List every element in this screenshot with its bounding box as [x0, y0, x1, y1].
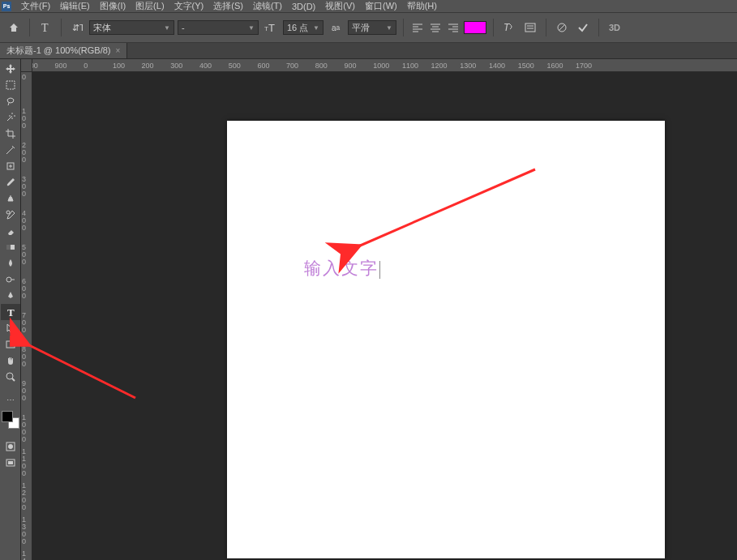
font-size-icon: TT — [262, 19, 280, 36]
gradient-tool[interactable] — [1, 239, 20, 255]
menu-3d[interactable]: 3D(D) — [287, 2, 320, 11]
app-icon: Ps — [2, 2, 11, 11]
toolbox: T ⋯ — [0, 59, 21, 560]
type-tool[interactable]: T — [1, 304, 20, 320]
font-family-dropdown[interactable]: 宋体▼ — [89, 20, 174, 35]
font-style-value: - — [182, 23, 185, 32]
document-tab[interactable]: 未标题-1 @ 100%(RGB/8) × — [0, 43, 127, 58]
horizontal-ruler[interactable]: 5006007008009000100200300400500600700800… — [21, 59, 737, 72]
divider — [598, 19, 599, 36]
svg-point-36 — [8, 444, 13, 449]
menu-type[interactable]: 文字(Y) — [169, 0, 209, 12]
divider — [403, 19, 404, 36]
home-icon[interactable] — [5, 19, 23, 36]
menu-file[interactable]: 文件(F) — [16, 0, 55, 12]
marquee-tool[interactable] — [1, 77, 20, 93]
menu-help[interactable]: 帮助(H) — [402, 0, 442, 12]
svg-line-21 — [559, 24, 565, 31]
type-tool-icon[interactable]: T — [36, 19, 54, 36]
dropdown-arrow-icon: ▼ — [245, 24, 255, 32]
svg-point-26 — [6, 211, 10, 214]
rectangle-tool[interactable] — [1, 336, 20, 353]
magic-wand-tool[interactable] — [1, 109, 20, 126]
divider — [546, 19, 546, 36]
divider — [493, 19, 494, 36]
svg-rect-38 — [8, 461, 13, 464]
svg-text:T: T — [503, 22, 511, 33]
history-brush-tool[interactable] — [1, 207, 20, 223]
options-bar: T ⇵T 宋体▼ -▼ TT 16 点▼ aa 平滑▼ T 3D — [0, 12, 737, 43]
canvas[interactable]: 输入文字 — [227, 121, 665, 558]
align-center-button[interactable] — [428, 20, 443, 35]
commit-icon[interactable] — [574, 19, 592, 36]
font-size-value: 16 点 — [287, 22, 308, 34]
dropdown-arrow-icon: ▼ — [310, 24, 319, 32]
three-d-icon[interactable]: 3D — [606, 19, 623, 36]
path-selection-tool[interactable] — [1, 320, 20, 336]
eraser-tool[interactable] — [1, 223, 20, 239]
svg-text:T: T — [268, 22, 275, 33]
edit-toolbar-icon[interactable]: ⋯ — [1, 391, 20, 408]
text-cursor — [379, 261, 380, 279]
divider — [61, 19, 62, 36]
menu-bar: Ps 文件(F) 编辑(E) 图像(I) 图层(L) 文字(Y) 选择(S) 滤… — [0, 0, 737, 12]
character-panel-icon[interactable] — [521, 19, 539, 36]
antialias-dropdown[interactable]: 平滑▼ — [348, 20, 396, 35]
antialias-value: 平滑 — [352, 22, 370, 34]
workspace: 5006007008009000100200300400500600700800… — [21, 59, 737, 560]
lasso-tool[interactable] — [1, 93, 20, 109]
clone-stamp-tool[interactable] — [1, 190, 20, 207]
tab-title: 未标题-1 @ 100%(RGB/8) — [6, 45, 111, 57]
crop-tool[interactable] — [1, 126, 20, 142]
placeholder-text-content: 输入文字 — [304, 259, 379, 278]
screen-mode-icon[interactable] — [1, 455, 20, 471]
svg-text:T: T — [41, 22, 49, 33]
svg-point-29 — [6, 277, 11, 282]
svg-text:⇵T: ⇵T — [72, 23, 83, 32]
text-color-swatch[interactable] — [464, 21, 486, 34]
warp-text-icon[interactable]: T — [500, 19, 518, 36]
zoom-tool[interactable] — [1, 369, 20, 385]
tab-close-icon[interactable]: × — [116, 46, 121, 55]
dodge-tool[interactable] — [1, 271, 20, 288]
cancel-icon[interactable] — [553, 19, 571, 36]
foreground-color[interactable] — [2, 411, 13, 422]
hand-tool[interactable] — [1, 353, 20, 369]
align-right-button[interactable] — [446, 20, 461, 35]
svg-rect-28 — [6, 245, 11, 250]
font-style-dropdown[interactable]: -▼ — [178, 20, 259, 35]
spot-healing-tool[interactable] — [1, 158, 20, 174]
antialias-label-icon: aa — [327, 19, 345, 36]
text-orientation-icon[interactable]: ⇵T — [68, 19, 86, 36]
foreground-background-colors[interactable] — [2, 411, 19, 429]
pen-tool[interactable] — [1, 288, 20, 304]
dropdown-arrow-icon: ▼ — [161, 24, 170, 32]
svg-rect-22 — [6, 81, 15, 89]
svg-point-33 — [6, 373, 13, 379]
svg-rect-17 — [525, 24, 535, 32]
menu-layer[interactable]: 图层(L) — [131, 0, 169, 12]
divider — [29, 19, 30, 36]
menu-image[interactable]: 图像(I) — [95, 0, 131, 12]
brush-tool[interactable] — [1, 174, 20, 190]
text-placeholder[interactable]: 输入文字 — [304, 257, 380, 280]
canvas-viewport[interactable]: 输入文字 — [32, 72, 737, 560]
vertical-ruler[interactable]: 0100200300400500600700800900100011001200… — [21, 72, 32, 560]
eyedropper-tool[interactable] — [1, 142, 20, 158]
font-family-value: 宋体 — [93, 22, 111, 34]
document-tab-bar: 未标题-1 @ 100%(RGB/8) × — [0, 43, 737, 59]
menu-filter[interactable]: 滤镜(T) — [248, 0, 287, 12]
menu-window[interactable]: 窗口(W) — [360, 0, 402, 12]
menu-view[interactable]: 视图(V) — [320, 0, 360, 12]
blur-tool[interactable] — [1, 255, 20, 271]
font-size-dropdown[interactable]: 16 点▼ — [283, 20, 324, 35]
menu-edit[interactable]: 编辑(E) — [55, 0, 95, 12]
svg-text:T: T — [7, 306, 15, 318]
menu-select[interactable]: 选择(S) — [208, 0, 248, 12]
quick-mask-icon[interactable] — [1, 438, 20, 455]
align-left-button[interactable] — [410, 20, 425, 35]
svg-line-34 — [12, 378, 15, 381]
move-tool[interactable] — [1, 61, 20, 77]
ruler-corner — [21, 59, 32, 72]
svg-rect-32 — [6, 341, 15, 348]
